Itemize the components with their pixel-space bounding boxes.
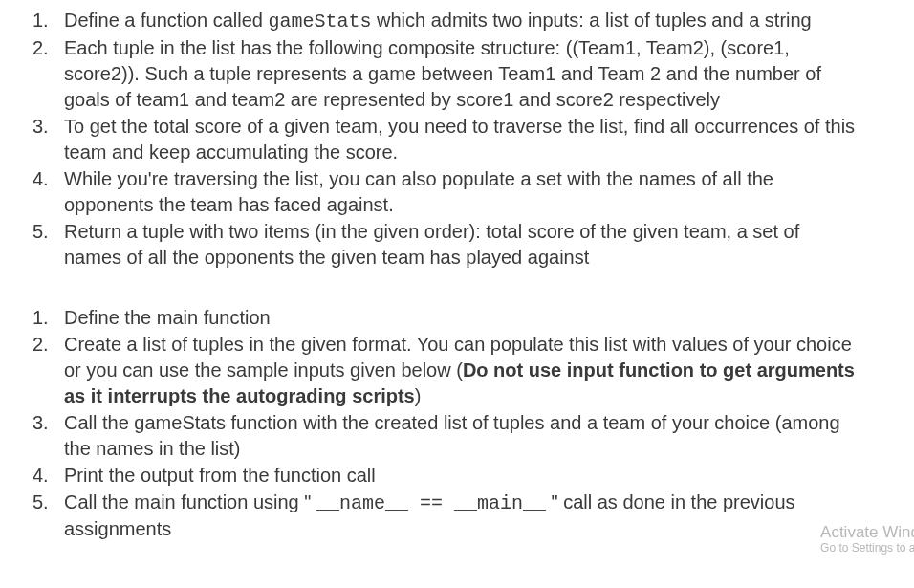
code-token: gameStats <box>268 11 371 33</box>
item-text: Call the main function using " __name__ … <box>64 490 914 542</box>
list-item: 2. Each tuple in the list has the follow… <box>29 34 914 113</box>
list-item: 5. Call the main function using " __name… <box>29 489 914 542</box>
list-item: 4. Print the output from the function ca… <box>29 462 914 489</box>
item-number: 4. <box>29 462 64 489</box>
item-text: Each tuple in the list has the following… <box>64 35 914 113</box>
list-item: 4. While you're traversing the list, you… <box>29 165 914 218</box>
item-number: 2. <box>29 331 64 358</box>
item-text: Print the output from the function call <box>64 463 428 489</box>
item-number: 3. <box>29 113 64 140</box>
instruction-section-2: 1. Define the main function 2. Create a … <box>29 304 914 542</box>
list-item: 3. To get the total score of a given tea… <box>29 113 914 165</box>
item-number: 5. <box>29 218 64 245</box>
item-number: 1. <box>29 304 64 331</box>
watermark-subtitle: Go to Settings to a <box>820 542 914 555</box>
list-item: 1. Define a function called gameStats wh… <box>29 7 914 34</box>
item-text: Define the main function <box>64 305 323 331</box>
item-text: While you're traversing the list, you ca… <box>64 166 914 218</box>
item-text: To get the total score of a given team, … <box>64 114 914 165</box>
list-item: 3. Call the gameStats function with the … <box>29 409 914 462</box>
list-item: 1. Define the main function <box>29 304 914 331</box>
item-text: Return a tuple with two items (in the gi… <box>64 219 914 271</box>
item-number: 1. <box>29 7 64 33</box>
item-number: 3. <box>29 409 64 436</box>
code-token: __main__ <box>454 492 546 514</box>
list-item: 2. Create a list of tuples in the given … <box>29 331 914 409</box>
item-text: Define a function called gameStats which… <box>64 8 864 34</box>
item-number: 5. <box>29 489 64 515</box>
instruction-section-1: 1. Define a function called gameStats wh… <box>29 7 914 271</box>
list-item: 5. Return a tuple with two items (in the… <box>29 218 914 271</box>
item-text: Call the gameStats function with the cre… <box>64 410 914 462</box>
item-number: 2. <box>29 34 64 61</box>
item-text: Create a list of tuples in the given for… <box>64 332 914 409</box>
code-token: __name__ <box>316 492 408 514</box>
item-number: 4. <box>29 165 64 192</box>
